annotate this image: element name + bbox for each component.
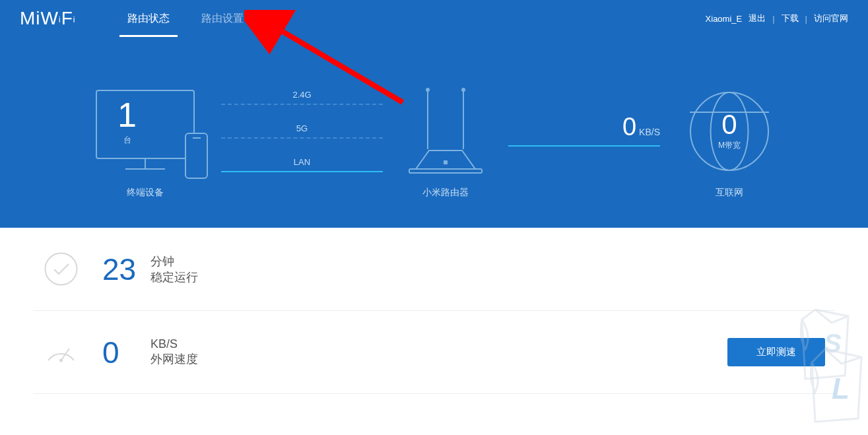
svg-point-7 [46,253,77,285]
tab-settings[interactable]: 路由设置 [193,0,251,37]
conn-5g-label: 5G [296,123,308,133]
wan-unit: KB/S [150,337,198,351]
internet-block[interactable]: 0 M带宽 互联网 [667,83,792,199]
wan-speed-block: 0KB/S [508,113,660,147]
download-link[interactable]: 下载 [782,13,799,24]
svg-rect-5 [409,169,482,173]
svg-point-3 [426,88,430,92]
router-icon [389,83,502,179]
svg-rect-6 [444,160,448,164]
bandwidth-value: 0 [721,111,737,139]
conn-24g-label: 2.4G [292,90,311,100]
uptime-value: 23 [102,251,139,287]
wan-speed-value: 0 [622,113,636,141]
device-count: 1 [76,95,178,135]
wan-speed-row: 0 KB/S 外网速度 立即测速 [33,311,835,394]
tab-settings-label: 路由设置 [201,12,244,26]
stats-panel: 23 分钟 稳定运行 0 KB/S 外网速度 立即测速 [0,228,868,394]
wan-speed-unit: KB/S [639,127,660,137]
logo: MiWiFi [20,8,75,29]
separator: | [805,14,807,24]
router-block[interactable]: 小米路由器 [389,83,502,199]
globe-icon: 0 M带宽 [690,92,769,171]
svg-point-9 [59,359,63,362]
uptime-unit: 分钟 [150,253,198,269]
status-diagram: 1 台 终端设备 2.4G 5G LAN [0,37,868,199]
tab-status-label: 路由状态 [127,12,170,26]
device-unit: 台 [76,135,178,146]
logout-link[interactable]: 退出 [749,13,766,24]
devices-icon: 1 台 [76,83,215,179]
uptime-row: 23 分钟 稳定运行 [33,228,835,311]
top-bar: MiWiFi 路由状态 路由设置 Xiaomi_E 退出 | 下载 | 访问官网 [0,0,868,37]
conn-lan: LAN [221,157,383,172]
speedtest-button-label: 立即测速 [756,346,796,357]
speedtest-button[interactable]: 立即测速 [727,338,825,366]
uptime-label: 稳定运行 [150,269,198,285]
devices-block[interactable]: 1 台 终端设备 [76,83,215,199]
check-icon [43,251,79,287]
conn-5g: 5G [221,123,383,139]
official-link[interactable]: 访问官网 [814,13,848,24]
gauge-icon [43,334,79,370]
wan-label: 外网速度 [150,351,198,367]
top-right-links: Xiaomi_E 退出 | 下载 | 访问官网 [706,13,848,24]
nav-tabs: 路由状态 路由设置 [112,0,259,37]
user-name[interactable]: Xiaomi_E [706,14,743,24]
svg-point-4 [461,88,465,92]
bandwidth-unit: M带宽 [718,140,741,151]
devices-label: 终端设备 [76,187,215,199]
wan-value: 0 [102,335,139,370]
conn-24g: 2.4G [221,90,383,105]
hero-panel: MiWiFi 路由状态 路由设置 Xiaomi_E 退出 | 下载 | 访问官网… [0,0,868,228]
router-label: 小米路由器 [389,187,502,199]
phone-icon [185,133,208,179]
conn-lan-label: LAN [294,157,310,167]
connection-lines: 2.4G 5G LAN [221,83,383,172]
tab-status[interactable]: 路由状态 [119,0,178,37]
internet-label: 互联网 [667,187,792,199]
separator: | [772,14,774,24]
